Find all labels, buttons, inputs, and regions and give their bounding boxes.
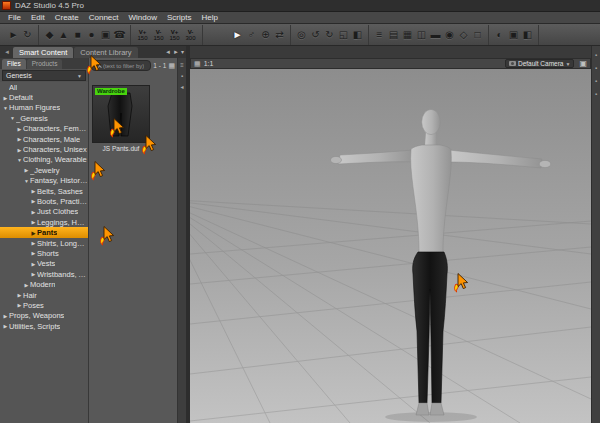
timeline-pane-icon[interactable]: ▬ <box>429 27 442 43</box>
pointer-tool-icon[interactable]: ► <box>7 27 20 43</box>
select-tool-icon[interactable]: ► <box>231 27 244 43</box>
tree-item-all[interactable]: All <box>0 82 88 92</box>
orbit-view-icon[interactable]: ↻ <box>21 27 34 43</box>
viewport-pane-icon[interactable]: ▦ <box>194 60 201 68</box>
collapsed-arrow-icon[interactable]: ▶ <box>23 282 30 288</box>
collapsed-arrow-icon[interactable]: ▶ <box>16 126 23 132</box>
dock-tab-3-icon[interactable]: ▪ <box>595 78 597 84</box>
content-pane-icon[interactable]: ▦ <box>401 27 414 43</box>
tab-content-library[interactable]: Content Library <box>74 47 137 58</box>
collapsed-arrow-icon[interactable]: ▶ <box>16 136 23 142</box>
dock-tab-2-icon[interactable]: ▪ <box>595 65 597 71</box>
new-figure-icon[interactable]: ▲ <box>57 27 70 43</box>
tree-item-fantasy-historical[interactable]: ▼Fantasy, Historical <box>0 176 88 186</box>
rotate-tool-icon[interactable]: ↺ <box>309 27 322 43</box>
panel-collapse-icon[interactable]: ◂ <box>180 84 183 90</box>
collapsed-arrow-icon[interactable]: ▶ <box>30 219 37 225</box>
collapsed-arrow-icon[interactable]: ▶ <box>16 292 23 298</box>
collapsed-arrow-icon[interactable]: ▶ <box>2 323 9 329</box>
menu-create[interactable]: Create <box>50 12 84 23</box>
menu-scripts[interactable]: Scripts <box>162 12 196 23</box>
collapsed-arrow-icon[interactable]: ▶ <box>16 302 23 308</box>
spin-tool-icon[interactable]: ↻ <box>323 27 336 43</box>
menu-edit[interactable]: Edit <box>26 12 50 23</box>
render-settings-icon[interactable]: ▣ <box>507 27 520 43</box>
tree-item-characters-unisex[interactable]: ▶Characters, Unisex <box>0 144 88 154</box>
tree-item-hair[interactable]: ▶Hair <box>0 290 88 300</box>
tab-smart-content[interactable]: Smart Content <box>13 47 73 58</box>
collapsed-arrow-icon[interactable]: ▶ <box>30 209 37 215</box>
collapsed-arrow-icon[interactable]: ▶ <box>30 261 37 267</box>
puppeteer-pane-icon[interactable]: ◉ <box>443 27 456 43</box>
camera-selector[interactable]: Default Camera ▼ <box>505 59 574 68</box>
subtab-files[interactable]: Files <box>2 59 26 69</box>
tree-item-clothing-wearable[interactable]: ▼Clothing, Wearable <box>0 155 88 165</box>
panel-menu-icon[interactable]: ≡ <box>180 62 184 68</box>
frame-tool-icon[interactable]: ◧ <box>351 27 364 43</box>
tree-item-wristbands-arm[interactable]: ▶Wristbands, Arm... <box>0 269 88 279</box>
figure-filter-dropdown[interactable]: Genesis ▼ <box>2 70 86 81</box>
tree-item-jewelry[interactable]: ▶_Jewelry <box>0 165 88 175</box>
subtab-products[interactable]: Products <box>27 59 63 69</box>
collapsed-arrow-icon[interactable]: ▶ <box>30 188 37 194</box>
shaping-pane-icon[interactable]: ◇ <box>457 27 470 43</box>
tab-scroll-left-icon[interactable]: ◄ <box>165 47 171 58</box>
tree-item-characters-male[interactable]: ▶Characters, Male <box>0 134 88 144</box>
expanded-arrow-icon[interactable]: ▼ <box>2 105 9 111</box>
view-plus-150-button-2[interactable]: V+150 <box>167 29 182 41</box>
render-icon[interactable]: ◐ <box>493 27 506 43</box>
parameters-pane-icon[interactable]: ▤ <box>387 27 400 43</box>
grid-view-icon[interactable]: ▦ <box>168 62 175 70</box>
scene-pane-icon[interactable]: ≡ <box>373 27 386 43</box>
tree-item-boots-practical[interactable]: ▶Boots, Practical <box>0 196 88 206</box>
collapsed-arrow-icon[interactable]: ▶ <box>30 198 37 204</box>
tree-item-belts-sashes[interactable]: ▶Belts, Sashes <box>0 186 88 196</box>
collapsed-arrow-icon[interactable]: ▶ <box>23 167 30 173</box>
new-light-icon[interactable]: ● <box>85 27 98 43</box>
panel-pin-icon[interactable]: ▪ <box>181 73 183 79</box>
tree-item-poses[interactable]: ▶Poses <box>0 300 88 310</box>
tree-item-shirts-longslee[interactable]: ▶Shirts, Longslee... <box>0 238 88 248</box>
collapsed-arrow-icon[interactable]: ▶ <box>2 313 9 319</box>
tree-item-human-figures[interactable]: ▼Human Figures <box>0 103 88 113</box>
universal-tool-icon[interactable]: ◎ <box>295 27 308 43</box>
new-node-icon[interactable]: ◆ <box>43 27 56 43</box>
collapsed-arrow-icon[interactable]: ▶ <box>16 147 23 153</box>
posing-pane-icon[interactable]: □ <box>471 27 484 43</box>
tree-item-just-clothes[interactable]: ▶Just Clothes <box>0 207 88 217</box>
surfaces-pane-icon[interactable]: ◫ <box>415 27 428 43</box>
new-camera-icon[interactable]: ▣ <box>99 27 112 43</box>
tree-item-leggings-hose[interactable]: ▶Leggings, Hose <box>0 217 88 227</box>
expanded-arrow-icon[interactable]: ▼ <box>9 115 16 121</box>
tab-overflow-icon[interactable]: ◄ <box>2 47 12 58</box>
connect-device-icon[interactable]: ☎ <box>113 27 126 43</box>
scale-tool-icon[interactable]: ◱ <box>337 27 350 43</box>
view-minus-150-button[interactable]: V-150 <box>151 29 166 41</box>
tree-item-shorts[interactable]: ▶Shorts <box>0 248 88 258</box>
menu-help[interactable]: Help <box>196 12 222 23</box>
menu-file[interactable]: File <box>3 12 26 23</box>
surface-selection-icon[interactable]: ⊕ <box>259 27 272 43</box>
tree-item-characters-female[interactable]: ▶Characters, Female <box>0 124 88 134</box>
tab-scroll-right-icon[interactable]: ► <box>173 47 179 58</box>
tree-item-props-weapons[interactable]: ▶Props, Weapons <box>0 311 88 321</box>
node-selection-icon[interactable]: ♂ <box>245 27 258 43</box>
view-cube-icon[interactable]: ▣ <box>579 59 587 68</box>
collapsed-arrow-icon[interactable]: ▶ <box>30 271 37 277</box>
menu-connect[interactable]: Connect <box>84 12 124 23</box>
collapsed-arrow-icon[interactable]: ▶ <box>30 250 37 256</box>
new-prop-icon[interactable]: ■ <box>71 27 84 43</box>
expanded-arrow-icon[interactable]: ▼ <box>23 178 30 184</box>
expanded-arrow-icon[interactable]: ▼ <box>16 157 23 163</box>
collapsed-arrow-icon[interactable]: ▶ <box>2 95 9 101</box>
dock-tab-1-icon[interactable]: ▪ <box>595 52 597 58</box>
tab-menu-icon[interactable]: ▾ <box>181 47 184 58</box>
tree-item-vests[interactable]: ▶Vests <box>0 259 88 269</box>
view-minus-300-button[interactable]: V-300 <box>183 29 198 41</box>
tree-item-utilities-scripts[interactable]: ▶Utilities, Scripts <box>0 321 88 331</box>
collapsed-arrow-icon[interactable]: ▶ <box>30 230 37 236</box>
swap-selection-icon[interactable]: ⇄ <box>273 27 286 43</box>
tree-item-pants[interactable]: ▶Pants <box>0 227 88 237</box>
viewport-canvas[interactable] <box>190 69 591 423</box>
dock-tab-4-icon[interactable]: ▪ <box>595 91 597 97</box>
